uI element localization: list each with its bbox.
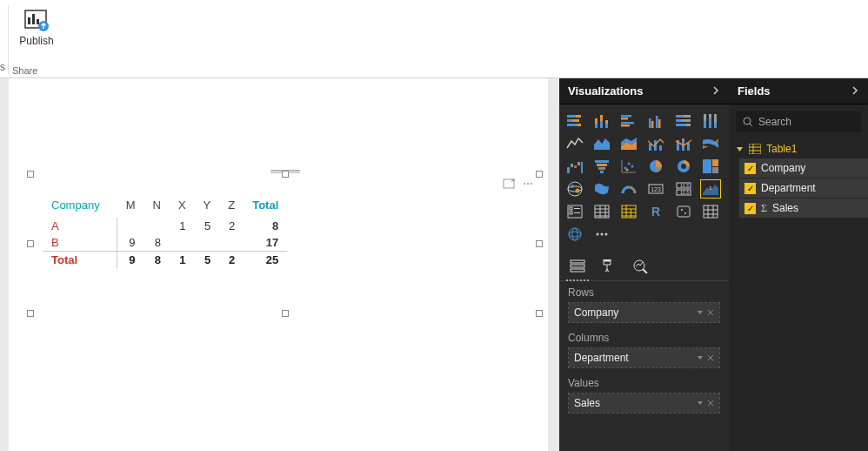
fields-header[interactable]: Fields xyxy=(729,78,868,104)
resize-handle-br[interactable] xyxy=(536,310,543,317)
viz-py-visual[interactable] xyxy=(673,202,694,221)
report-canvas[interactable]: CompanyMNXYZTotal A1528B9817Total9815225 xyxy=(0,78,559,451)
viz-scatter[interactable] xyxy=(618,157,639,176)
viz-card[interactable]: 123 xyxy=(645,179,666,199)
viz-arcgis[interactable] xyxy=(700,202,721,221)
more-options-icon[interactable] xyxy=(522,178,534,190)
matrix-cell[interactable]: 8 xyxy=(144,234,169,252)
resize-handle-tl[interactable] xyxy=(27,171,34,178)
viz-table[interactable] xyxy=(591,202,612,221)
viz-clustered-column[interactable] xyxy=(645,111,666,131)
resize-handle-ml[interactable] xyxy=(27,240,34,247)
viz-stacked-column-100[interactable] xyxy=(700,111,721,131)
close-icon[interactable] xyxy=(707,309,714,316)
matrix-col-header[interactable]: N xyxy=(144,197,169,218)
viz-waterfall[interactable] xyxy=(564,157,585,176)
close-icon[interactable] xyxy=(707,400,714,407)
matrix-col-header[interactable]: Z xyxy=(219,197,244,218)
values-well[interactable]: Sales xyxy=(568,393,720,414)
rows-well-section: Rows Company xyxy=(559,281,729,326)
focus-mode-icon[interactable] xyxy=(503,178,515,190)
matrix-body: CompanyMNXYZTotal A1528B9817Total9815225 xyxy=(30,174,539,277)
viz-filled-map[interactable] xyxy=(591,179,612,199)
matrix-row-header[interactable]: B xyxy=(43,234,117,252)
fields-tab[interactable] xyxy=(568,256,587,275)
matrix-cell[interactable]: 2 xyxy=(219,218,244,234)
svg-rect-100 xyxy=(678,206,690,217)
field-company[interactable]: ✓Company xyxy=(739,158,868,178)
resize-handle-bc[interactable] xyxy=(282,310,289,317)
fields-search[interactable]: Search xyxy=(736,111,861,132)
viz-matrix[interactable] xyxy=(618,202,639,221)
viz-stacked-bar-100[interactable] xyxy=(673,111,694,131)
matrix-col-header[interactable]: Y xyxy=(195,197,220,218)
matrix-col-total: 2 xyxy=(219,252,244,269)
matrix-cell[interactable] xyxy=(144,218,169,234)
matrix-cell[interactable] xyxy=(195,234,220,252)
matrix-cell[interactable] xyxy=(170,234,195,252)
format-tab[interactable] xyxy=(599,256,618,275)
chevron-right-icon[interactable] xyxy=(711,84,720,98)
resize-handle-tc[interactable] xyxy=(282,171,289,178)
matrix-cell[interactable]: 1 xyxy=(170,218,195,234)
matrix-visual[interactable]: CompanyMNXYZTotal A1528B9817Total9815225 xyxy=(30,174,539,313)
rows-well[interactable]: Company xyxy=(568,302,720,323)
checkbox-icon[interactable]: ✓ xyxy=(744,203,756,214)
viz-clustered-bar[interactable] xyxy=(618,111,639,131)
matrix-corner-header[interactable]: Company xyxy=(43,197,117,218)
viz-multi-row-card[interactable]: 12.312.3 xyxy=(673,179,694,199)
viz-line[interactable] xyxy=(564,134,585,153)
field-department[interactable]: ✓Department xyxy=(739,178,868,198)
viz-stacked-bar[interactable] xyxy=(564,111,585,131)
viz-ellipsis[interactable] xyxy=(591,225,612,244)
matrix-col-header[interactable]: M xyxy=(117,197,144,218)
svg-point-102 xyxy=(684,212,686,214)
matrix-cell[interactable]: 9 xyxy=(117,234,144,252)
chevron-down-icon[interactable] xyxy=(697,354,704,361)
matrix-grand-total: 25 xyxy=(244,252,287,269)
matrix-col-total: 1 xyxy=(170,252,195,269)
viz-donut[interactable] xyxy=(673,157,694,176)
report-page[interactable]: CompanyMNXYZTotal A1528B9817Total9815225 xyxy=(9,78,548,451)
close-icon[interactable] xyxy=(707,354,714,361)
viz-treemap[interactable] xyxy=(700,157,721,176)
field-sales[interactable]: ✓ΣSales xyxy=(739,199,868,218)
chevron-down-icon[interactable] xyxy=(697,309,704,316)
table-node[interactable]: Table1 xyxy=(729,139,868,158)
viz-r-visual[interactable]: R xyxy=(645,202,666,221)
analytics-tab[interactable] xyxy=(631,256,650,275)
viz-globe[interactable] xyxy=(564,225,585,244)
viz-area[interactable] xyxy=(591,134,612,153)
viz-line-clustered[interactable] xyxy=(645,134,666,153)
checkbox-icon[interactable]: ✓ xyxy=(744,163,756,174)
resize-handle-bl[interactable] xyxy=(27,310,34,317)
viz-gauge[interactable] xyxy=(618,179,639,199)
viz-line-stacked[interactable] xyxy=(673,134,694,153)
viz-map[interactable] xyxy=(564,179,585,199)
viz-funnel[interactable] xyxy=(591,157,612,176)
matrix-cell[interactable] xyxy=(117,218,144,234)
matrix-cell[interactable] xyxy=(219,234,244,252)
viz-slicer[interactable] xyxy=(564,202,585,221)
resize-handle-tr[interactable] xyxy=(536,171,543,178)
viz-stacked-area[interactable] xyxy=(618,134,639,153)
resize-handle-mr[interactable] xyxy=(536,240,543,247)
chevron-right-icon[interactable] xyxy=(851,84,859,98)
svg-rect-34 xyxy=(676,124,686,126)
viz-ribbon[interactable] xyxy=(700,134,721,153)
columns-well-item[interactable]: Department xyxy=(569,348,719,367)
svg-rect-14 xyxy=(578,124,581,126)
columns-well[interactable]: Department xyxy=(568,347,720,368)
rows-well-item[interactable]: Company xyxy=(569,303,719,322)
matrix-cell[interactable]: 5 xyxy=(195,218,220,234)
visualizations-header[interactable]: Visualizations xyxy=(559,78,729,104)
viz-pie[interactable] xyxy=(645,157,666,176)
publish-button[interactable]: Publish xyxy=(12,5,61,47)
values-well-item[interactable]: Sales xyxy=(569,394,719,413)
checkbox-icon[interactable]: ✓ xyxy=(744,183,756,194)
matrix-col-header[interactable]: X xyxy=(170,197,195,218)
chevron-down-icon[interactable] xyxy=(697,400,704,407)
matrix-row-header[interactable]: A xyxy=(43,218,117,234)
viz-kpi[interactable]: 1 xyxy=(700,179,721,199)
viz-stacked-column[interactable] xyxy=(591,111,612,131)
